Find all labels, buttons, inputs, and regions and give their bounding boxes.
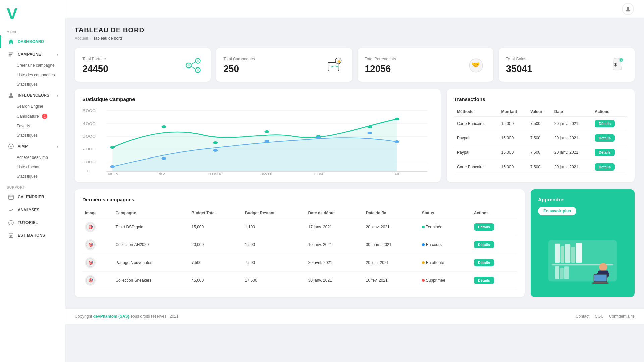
estimations-label: ESTIMATIONS [18,233,45,238]
bottom-row: Dernières campagnes Image Campagne Budge… [75,189,635,297]
detail-button[interactable]: Détails [474,277,494,284]
camp-action: Détails [471,236,517,254]
trans-header-date: Date [552,107,592,117]
sidebar-item-acheter-vimp[interactable]: Acheter des vimp [0,153,65,162]
trans-montant: 15,000 [499,117,528,131]
detail-button[interactable]: Détails [595,163,615,171]
svg-rect-72 [576,243,582,263]
breadcrumb-sep: › [90,36,91,41]
dashboard-label: DASHBOARD [18,39,44,44]
svg-text:janv: janv [107,172,119,175]
svg-line-13 [191,62,196,64]
sidebar-item-dashboard[interactable]: DASHBOARD [0,35,65,48]
sidebar-item-search-engine[interactable]: Search Engine [0,102,65,111]
influenceurs-submenu: Search Engine Candidature 1 Favoris Stat… [0,102,65,140]
camp-budget-restant: 17,500 [242,272,306,289]
camp-header-budget-total: Budget Total [189,208,242,218]
sidebar-item-influenceurs[interactable]: INFLUENCEURS ▾ [0,89,65,102]
trans-date: 20 janv. 2021 [552,117,592,131]
camp-header-status: Status [419,208,471,218]
sidebar-item-statistiques-inf[interactable]: Statistiques [0,131,65,140]
stat-card-partenariats: Total Partenariats 12056 🤝 [358,48,493,82]
sidebar-item-liste-achat[interactable]: Liste d'achat [0,162,65,172]
camp-date-fin: 20 juin. 2021 [363,254,419,272]
sidebar-item-liste-campagnes[interactable]: Liste des campagnes [0,70,65,80]
detail-button[interactable]: Détails [595,149,615,156]
svg-point-45 [394,118,399,120]
home-icon [8,38,14,45]
sidebar-item-creer-campagne[interactable]: Créer une campagne [0,61,65,70]
svg-text:✦: ✦ [620,59,622,62]
camp-status: En cours [419,236,471,254]
vimp-label: VIMP [18,144,28,149]
trans-date: 20 janv. 2021 [552,131,592,145]
footer-link-contact[interactable]: Contact [576,314,589,319]
svg-point-15 [197,60,199,62]
trans-date: 20 janv. 2021 [552,145,592,160]
camp-header-actions: Actions [471,208,517,218]
status-dot [422,243,425,246]
breadcrumb-home[interactable]: Accueil [75,36,88,41]
learn-card: Apprendre En savoir plus [531,189,635,297]
breadcrumb: Accueil › Tableau de bord [75,36,635,41]
footer-link-cgu[interactable]: CGU [595,314,604,319]
svg-rect-71 [571,247,575,263]
sidebar-item-campagne[interactable]: CAMPAGNE ▾ [0,48,65,61]
user-icon[interactable] [622,3,634,15]
svg-text:2000: 2000 [82,147,96,151]
transactions-table: Méthode Montant Valeur Date Actions Cart… [454,107,627,174]
table-row: 🎯 Collection Sneakers 45,000 17,500 30 j… [82,272,517,289]
detail-button[interactable]: Détails [595,120,615,127]
stat-info-gains: Total Gains 35041 [506,57,532,74]
camp-campagne: Collection AH2020 [113,236,189,254]
chevron-down-icon: ▾ [57,94,58,97]
svg-point-40 [161,125,166,128]
svg-point-41 [213,141,218,144]
sidebar-item-candidature[interactable]: Candidature 1 [0,111,65,121]
camp-image: 🎯 [82,236,113,254]
svg-point-46 [110,165,115,168]
svg-point-47 [161,157,166,160]
table-row: 🎯 Tshirt DSP gold 15,000 1,100 17 janv. … [82,218,517,236]
chevron-down-icon: ▾ [57,145,58,148]
camp-header-budget-restant: Budget Restant [242,208,306,218]
detail-button[interactable]: Détails [474,241,494,248]
camp-action: Détails [471,272,517,289]
sidebar-item-vimp[interactable]: VIMP ▾ [0,140,65,153]
svg-point-16 [187,64,190,66]
sidebar-item-analyses[interactable]: ANALYSES [0,203,65,216]
trans-action: Détails [592,117,627,131]
trans-montant: 15,000 [499,145,528,160]
stat-info-campagnes: Total Campagnes 250 [223,57,255,74]
footer-link-confidentialité[interactable]: Confidentialité [609,314,635,319]
sidebar-item-tutoriel[interactable]: ? TUTORIEL [0,216,65,229]
svg-point-42 [264,130,269,133]
camp-date-fin: 20 janv. 2021 [363,218,419,236]
trans-valeur: 7,500 [528,117,552,131]
detail-button[interactable]: Détails [474,223,494,231]
svg-rect-70 [565,244,570,263]
topbar [65,0,644,18]
sidebar-item-calendrier[interactable]: CALENDRIER [0,191,65,203]
detail-button[interactable]: Détails [474,259,494,266]
detail-button[interactable]: Détails [595,134,615,142]
camp-action: Détails [471,218,517,236]
stat-value-partage: 24450 [82,63,108,74]
trans-methode: Carte Bancaire [454,117,499,131]
camp-icon: 🎯 [85,239,96,250]
svg-rect-74 [555,266,559,279]
trans-methode: Paypal [454,145,499,160]
learn-button[interactable]: En savoir plus [538,207,576,215]
sidebar-item-statistiques-camp[interactable]: Statistiques [0,80,65,89]
sidebar-item-favoris[interactable]: Favoris [0,121,65,131]
sidebar-item-estimations[interactable]: ESTIMATIONS [0,229,65,242]
stat-info-partenariats: Total Partenariats 12056 [365,57,396,74]
sidebar-item-statistiques-vimp[interactable]: Statistiques [0,172,65,181]
camp-date-debut: 10 janv. 2021 [306,236,363,254]
camp-budget-restant: 1,100 [242,218,306,236]
svg-rect-76 [564,267,569,279]
svg-rect-1 [9,54,12,55]
svg-point-17 [197,69,199,71]
svg-point-49 [264,140,269,142]
stat-label-gains: Total Gains [506,57,532,61]
